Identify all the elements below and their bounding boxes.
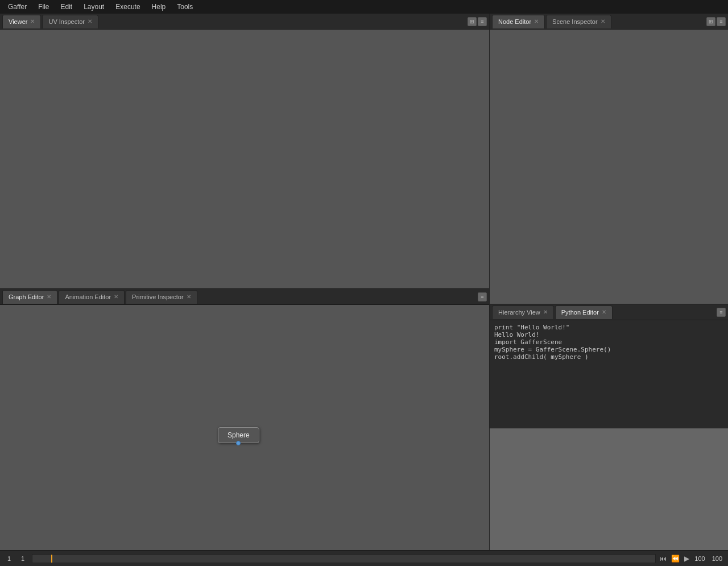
tab-node-editor[interactable]: Node Editor ✕ [492, 15, 545, 28]
node-editor-layout-btn[interactable]: ⊞ [706, 17, 715, 26]
right-bottom-panel: Hierarchy View ✕ Python Editor ✕ ≡ print… [490, 304, 728, 550]
timeline-bar: 1 1 ⏮ ⏪ ▶ 100 100 [0, 550, 728, 566]
tab-node-editor-label: Node Editor [498, 18, 531, 25]
tab-graph-editor-label: Graph Editor [9, 294, 44, 300]
sphere-node-label: Sphere [228, 431, 250, 439]
left-pane: Viewer ✕ UV Inspector ✕ ⊞ ≡ Graph Editor… [0, 14, 489, 550]
menu-bar: Gaffer File Edit Layout Execute Help Too… [0, 0, 728, 14]
right-top-panel: Node Editor ✕ Scene Inspector ✕ ⊞ ≡ [490, 14, 728, 304]
tab-primitive-inspector[interactable]: Primitive Inspector ✕ [126, 290, 197, 304]
viewer-layout-btn[interactable]: ⊞ [468, 17, 477, 26]
menu-gaffer[interactable]: Gaffer [2, 2, 32, 12]
tab-scene-inspector-label: Scene Inspector [552, 18, 598, 25]
viewer-menu-btn[interactable]: ≡ [478, 17, 487, 26]
menu-layout[interactable]: Layout [78, 2, 110, 12]
tab-animation-editor-label: Animation Editor [65, 294, 111, 300]
node-editor-tab-bar: Node Editor ✕ Scene Inspector ✕ ⊞ ≡ [490, 14, 728, 30]
timeline-track[interactable] [32, 554, 656, 563]
tab-animation-editor[interactable]: Animation Editor ✕ [59, 290, 125, 304]
timeline-ticks [32, 555, 655, 563]
timeline-frame-label: 100 [691, 555, 708, 562]
python-editor-tab-bar: Hierarchy View ✕ Python Editor ✕ ≡ [490, 304, 728, 320]
timeline-go-start-btn[interactable]: ⏮ [658, 553, 668, 564]
python-line-3: import GafferScene [494, 338, 723, 346]
tab-primitive-inspector-close[interactable]: ✕ [187, 294, 191, 300]
python-line-5: root.addChild( mySphere ) [494, 353, 723, 361]
python-line-4: mySphere = GafferScene.Sphere() [494, 346, 723, 353]
right-pane: Node Editor ✕ Scene Inspector ✕ ⊞ ≡ Hier… [489, 14, 728, 550]
menu-edit[interactable]: Edit [55, 2, 78, 12]
graph-editor-content: Sphere [0, 305, 489, 550]
python-editor-menu-btn[interactable]: ≡ [717, 308, 726, 317]
graph-editor-menu-btn[interactable]: ≡ [478, 292, 487, 301]
graph-editor-tab-bar: Graph Editor ✕ Animation Editor ✕ Primit… [0, 289, 489, 305]
tab-python-editor[interactable]: Python Editor ✕ [555, 305, 613, 319]
bottom-left-panel: Graph Editor ✕ Animation Editor ✕ Primit… [0, 288, 489, 550]
timeline-total-label: 100 [709, 555, 726, 562]
tab-graph-editor-close[interactable]: ✕ [47, 294, 51, 300]
python-line-2: Hello World! [494, 331, 723, 338]
python-editor-output [490, 428, 728, 550]
python-line-1: print "Hello World!" [494, 324, 723, 331]
main-layout: Viewer ✕ UV Inspector ✕ ⊞ ≡ Graph Editor… [0, 14, 728, 550]
tab-primitive-inspector-label: Primitive Inspector [132, 294, 183, 300]
tab-uv-inspector-close[interactable]: ✕ [88, 19, 92, 24]
tab-hierarchy-view-close[interactable]: ✕ [543, 309, 548, 315]
timeline-prev-btn[interactable]: ⏪ [669, 553, 681, 564]
tab-viewer-label: Viewer [9, 18, 27, 25]
tab-scene-inspector[interactable]: Scene Inspector ✕ [546, 15, 611, 28]
node-editor-content [490, 30, 728, 304]
timeline-current: 1 [16, 555, 30, 562]
tab-uv-inspector-label: UV Inspector [48, 18, 85, 25]
tab-hierarchy-view[interactable]: Hierarchy View ✕ [492, 305, 554, 319]
tab-node-editor-close[interactable]: ✕ [534, 19, 539, 24]
menu-execute[interactable]: Execute [110, 2, 146, 12]
timeline-cursor[interactable] [51, 555, 52, 563]
timeline-play-btn[interactable]: ▶ [682, 553, 691, 564]
timeline-start: 1 [2, 555, 16, 562]
tab-python-editor-label: Python Editor [561, 309, 599, 316]
python-editor-content[interactable]: print "Hello World!" Hello World! import… [490, 320, 728, 428]
tab-scene-inspector-close[interactable]: ✕ [601, 19, 605, 24]
tab-graph-editor[interactable]: Graph Editor ✕ [2, 290, 57, 304]
sphere-node-output[interactable] [236, 441, 241, 445]
timeline-controls: ⏮ ⏪ ▶ [658, 553, 691, 564]
menu-file[interactable]: File [32, 2, 55, 12]
tab-viewer-close[interactable]: ✕ [30, 19, 35, 24]
node-editor-menu-btn[interactable]: ≡ [717, 17, 726, 26]
tab-hierarchy-view-label: Hierarchy View [498, 309, 540, 316]
viewer-tab-bar: Viewer ✕ UV Inspector ✕ ⊞ ≡ [0, 14, 489, 30]
menu-help[interactable]: Help [146, 2, 172, 12]
menu-tools[interactable]: Tools [171, 2, 198, 12]
tab-viewer[interactable]: Viewer ✕ [2, 15, 41, 28]
sphere-node[interactable]: Sphere [218, 427, 259, 443]
tab-animation-editor-close[interactable]: ✕ [114, 294, 118, 300]
viewer-content [0, 30, 489, 288]
tab-uv-inspector[interactable]: UV Inspector ✕ [42, 15, 98, 28]
tab-python-editor-close[interactable]: ✕ [602, 309, 606, 315]
